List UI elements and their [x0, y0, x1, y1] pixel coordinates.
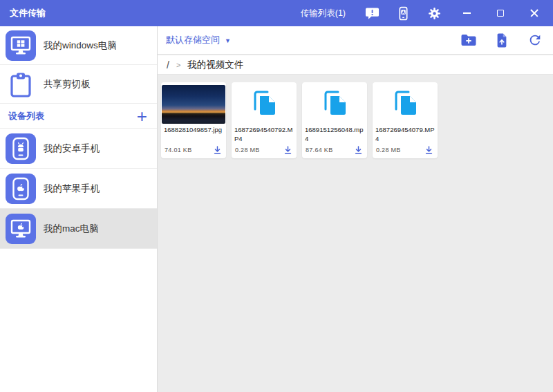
- titlebar-right-group: 传输列表(1): [301, 0, 553, 26]
- device-list-header-row: 设备列表 +: [0, 104, 157, 129]
- file-name: 1688281049857.jpg: [161, 126, 226, 143]
- sidebar-item-windows-computer[interactable]: 我的windows电脑: [0, 26, 157, 65]
- card-footer: 0.28 MB: [373, 143, 438, 156]
- new-folder-button[interactable]: [460, 32, 477, 48]
- sidebar-item-shared-clipboard[interactable]: 共享剪切板: [0, 65, 157, 104]
- download-button[interactable]: [282, 144, 293, 156]
- toolbar-actions: [460, 32, 543, 48]
- content-area: 默认存储空间 ▼: [158, 26, 553, 392]
- file-size: 0.28 MB: [235, 147, 260, 153]
- download-button[interactable]: [353, 144, 364, 156]
- apple-phone-icon: [6, 174, 36, 204]
- file-thumbnail: [302, 85, 367, 124]
- video-file-icon: [247, 88, 281, 121]
- app-window: 文件传输 传输列表(1): [0, 0, 553, 392]
- card-footer: 87.64 KB: [302, 143, 367, 156]
- download-icon: [424, 145, 434, 156]
- windows-computer-icon: [6, 30, 36, 61]
- file-card[interactable]: 1688281049857.jpg 74.01 KB: [161, 82, 226, 158]
- video-file-icon: [388, 88, 422, 121]
- breadcrumb: / > 我的视频文件: [158, 55, 553, 75]
- content-toolbar: 默认存储空间 ▼: [158, 26, 553, 55]
- sidebar-item-label: 我的苹果手机: [44, 183, 100, 195]
- sidebar-item-label: 我的windows电脑: [44, 39, 117, 52]
- file-size: 0.28 MB: [376, 147, 401, 153]
- storage-dropdown[interactable]: 默认存储空间 ▼: [166, 34, 231, 46]
- device-list-header: 设备列表: [8, 110, 44, 122]
- file-card[interactable]: 16872694540792.MP4 0.28 MB: [232, 82, 297, 158]
- mac-computer-icon: [6, 214, 36, 244]
- download-icon: [283, 145, 293, 156]
- file-size: 74.01 KB: [165, 147, 191, 153]
- sidebar: 我的windows电脑 共享剪切板 设备列表 +: [0, 26, 158, 392]
- add-device-button[interactable]: +: [137, 109, 147, 123]
- image-thumbnail: [162, 85, 225, 124]
- upload-file-button[interactable]: [494, 32, 510, 48]
- file-card[interactable]: 1687269454079.MP4 0.28 MB: [373, 82, 438, 158]
- breadcrumb-current-folder: 我的视频文件: [187, 59, 243, 71]
- close-icon: [530, 9, 538, 17]
- settings-gear-icon[interactable]: [427, 6, 442, 21]
- breadcrumb-separator-icon: >: [176, 61, 180, 69]
- maximize-icon: [497, 10, 504, 17]
- sidebar-item-label: 我的mac电脑: [44, 223, 99, 235]
- file-name: 1689151256048.mp4: [302, 126, 367, 143]
- app-title: 文件传输: [10, 7, 46, 19]
- minimize-button[interactable]: [458, 0, 476, 26]
- titlebar: 文件传输 传输列表(1): [0, 0, 553, 26]
- card-footer: 0.28 MB: [232, 143, 297, 156]
- clipboard-icon: [6, 69, 36, 100]
- device-a-icon[interactable]: [395, 6, 411, 21]
- transfer-list-button[interactable]: 传输列表(1): [301, 8, 346, 19]
- download-icon: [353, 145, 364, 156]
- sidebar-item-mac-computer[interactable]: 我的mac电脑: [0, 209, 157, 249]
- file-thumbnail: [373, 85, 438, 124]
- file-grid: 1688281049857.jpg 74.01 KB: [158, 75, 553, 158]
- main-layout: 我的windows电脑 共享剪切板 设备列表 +: [0, 26, 553, 392]
- video-file-icon: [318, 88, 351, 121]
- file-name: 1687269454079.MP4: [373, 126, 438, 143]
- feedback-bubble-icon[interactable]: [364, 6, 379, 21]
- android-phone-icon: [6, 133, 36, 164]
- chevron-down-icon: ▼: [225, 37, 231, 44]
- card-footer: 74.01 KB: [161, 143, 226, 156]
- sidebar-item-apple-phone[interactable]: 我的苹果手机: [0, 169, 157, 209]
- download-icon: [212, 145, 223, 156]
- sidebar-item-label: 共享剪切板: [44, 78, 91, 91]
- storage-dropdown-label: 默认存储空间: [166, 34, 220, 46]
- file-thumbnail: [232, 85, 297, 124]
- breadcrumb-root[interactable]: /: [167, 59, 169, 71]
- sidebar-item-android-phone[interactable]: 我的安卓手机: [0, 129, 157, 169]
- download-button[interactable]: [423, 144, 434, 156]
- maximize-button[interactable]: [491, 0, 509, 26]
- file-size: 87.64 KB: [306, 147, 332, 153]
- sidebar-item-label: 我的安卓手机: [44, 142, 100, 155]
- download-button[interactable]: [212, 144, 223, 156]
- refresh-button[interactable]: [527, 32, 543, 48]
- file-card[interactable]: 1689151256048.mp4 87.64 KB: [302, 82, 367, 158]
- minimize-icon: [463, 12, 471, 14]
- close-button[interactable]: [525, 0, 543, 26]
- file-name: 16872694540792.MP4: [232, 126, 297, 143]
